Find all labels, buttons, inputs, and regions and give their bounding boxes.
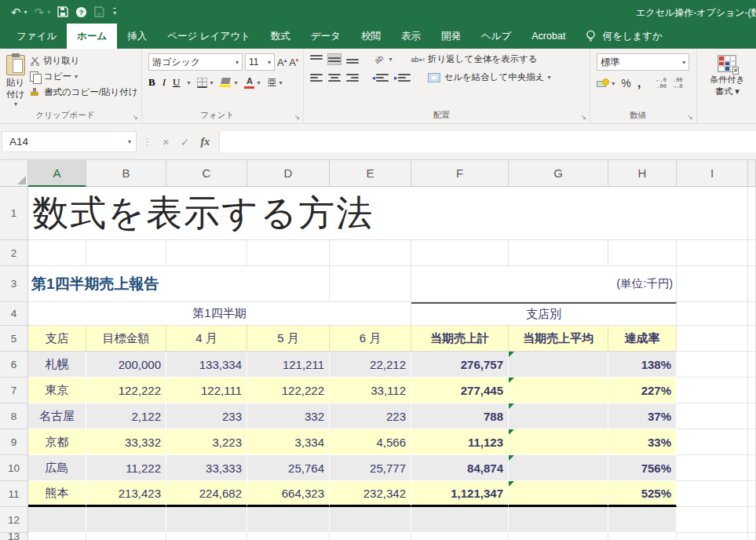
cell-G12[interactable] [509,507,608,533]
cancel-button[interactable]: × [163,135,170,148]
row-header-10[interactable]: 10 [0,455,28,481]
column-header-G[interactable]: G [509,160,608,187]
table-header-E5[interactable]: 6 月 [330,326,411,352]
number-dialog-launcher[interactable]: ↘ [687,113,693,121]
furigana-button[interactable]: 亜 [267,78,276,87]
cell-D8[interactable]: 332 [247,403,330,429]
cell-F6[interactable]: 276,757 [411,352,509,378]
increase-indent-button[interactable]: ▸ [394,72,411,82]
cell-J5[interactable] [748,326,756,352]
cell-E6[interactable]: 22,212 [330,352,411,378]
cell-F11[interactable]: 1,121,347 [411,481,509,507]
row-header-3[interactable]: 3 [0,266,28,302]
cell-G2[interactable] [509,240,608,266]
cell-B2[interactable] [86,240,166,266]
table-header-H5[interactable]: 達成率 [608,326,677,352]
cell-B6[interactable]: 200,000 [86,352,166,378]
cut-button[interactable]: 切り取り [30,55,138,67]
row-header-13[interactable]: 13 [0,533,28,540]
column-header-H[interactable]: H [608,160,677,187]
cell-G11[interactable] [509,481,608,507]
cell-A10[interactable]: 広島 [28,455,86,481]
cell-A8[interactable]: 名古屋 [28,403,86,429]
cell-B10[interactable]: 11,222 [86,455,166,481]
row-header-2[interactable]: 2 [0,240,28,266]
cell-F10[interactable]: 84,874 [411,455,509,481]
cell-H8[interactable]: 37% [608,403,677,429]
cell-E8[interactable]: 223 [330,403,411,429]
formula-bar-grip-icon[interactable]: ⋮ [137,136,158,148]
cell-D10[interactable]: 25,764 [247,455,330,481]
cell-E12[interactable] [330,507,411,533]
cell-H10[interactable]: 756% [608,455,677,481]
align-bottom-button[interactable] [346,54,359,64]
cell-A11[interactable]: 熊本 [28,481,86,507]
accounting-format-button[interactable] [597,78,609,89]
cell-J1[interactable] [748,187,756,240]
cell-A1[interactable]: 数式を表示する方法 [28,187,748,240]
tab-挿入[interactable]: 挿入 [117,24,157,49]
redo-button[interactable]: ↷ [35,6,45,18]
cell-J11[interactable] [748,481,756,507]
cell-A2[interactable] [28,240,86,266]
cell-J7[interactable] [748,378,756,403]
cell-H7[interactable]: 227% [608,378,677,403]
cell-I9[interactable] [677,429,748,455]
cell-J8[interactable] [748,403,756,429]
cell-F7[interactable]: 277,445 [411,378,509,403]
table-header-D5[interactable]: 5 月 [247,326,330,352]
cell-H12[interactable] [608,507,677,533]
customize-qat-button[interactable]: ▾ [113,8,116,16]
number-format-dropdown-icon[interactable]: ▾ [682,59,685,66]
row-header-12[interactable]: 12 [0,507,28,533]
cell-J4[interactable] [748,302,756,326]
cell-C8[interactable]: 233 [166,403,247,429]
cell-G6[interactable] [509,352,608,378]
clipboard-dialog-launcher[interactable]: ↘ [132,113,138,121]
font-name-combobox[interactable]: 游ゴシック ▾ [148,53,243,71]
number-format-combobox[interactable]: 標準 ▾ [597,53,689,71]
align-right-button[interactable] [346,72,359,82]
undo-dropdown-icon[interactable]: ▾ [24,9,27,16]
cell-B12[interactable] [86,507,166,533]
font-name-dropdown-icon[interactable]: ▾ [236,59,239,66]
cell-G7[interactable] [509,378,608,403]
column-header-A[interactable]: A [28,160,86,187]
increase-decimal-button[interactable]: ←.0.00 [656,77,667,90]
column-header-C[interactable]: C [166,160,247,187]
cell-I13[interactable] [677,533,748,540]
cell-B13[interactable] [86,533,166,540]
align-left-button[interactable] [310,72,323,82]
tab-表示[interactable]: 表示 [391,24,431,49]
redo-dropdown-icon[interactable]: ▾ [47,9,50,16]
cell-I10[interactable] [677,455,748,481]
cell-H6[interactable]: 138% [608,352,677,378]
cell-D12[interactable] [247,507,330,533]
select-all-corner[interactable] [0,160,28,187]
cell-H13[interactable] [608,533,677,540]
cell-A12[interactable] [28,507,86,533]
tab-file[interactable]: ファイル [6,24,67,49]
decrease-decimal-button[interactable]: .00→.0 [673,77,683,90]
italic-button[interactable]: I [163,76,166,89]
cell-F2[interactable] [411,240,509,266]
borders-button[interactable] [197,78,207,88]
cell-G8[interactable] [509,403,608,429]
column-header-F[interactable]: F [411,160,509,187]
cell-C9[interactable]: 3,223 [166,429,247,455]
conditional-formatting-button[interactable]: ≠ 条件付き 書式 ▾ [710,55,744,97]
tab-数式[interactable]: 数式 [261,24,301,49]
alignment-dialog-launcher[interactable]: ↘ [581,113,587,121]
cell-D3[interactable] [247,266,330,302]
tab-データ[interactable]: データ [301,24,351,49]
cell-E10[interactable]: 25,777 [330,455,411,481]
tab-開発[interactable]: 開発 [431,24,471,49]
font-color-button[interactable]: A [244,77,254,89]
align-top-button[interactable] [310,54,323,64]
cell-G10[interactable] [509,455,608,481]
cell-B11[interactable]: 213,423 [86,481,166,507]
cell-I12[interactable] [677,507,748,533]
row-header-9[interactable]: 9 [0,429,28,455]
cell-F8[interactable]: 788 [411,403,509,429]
cell-C13[interactable] [166,533,247,540]
